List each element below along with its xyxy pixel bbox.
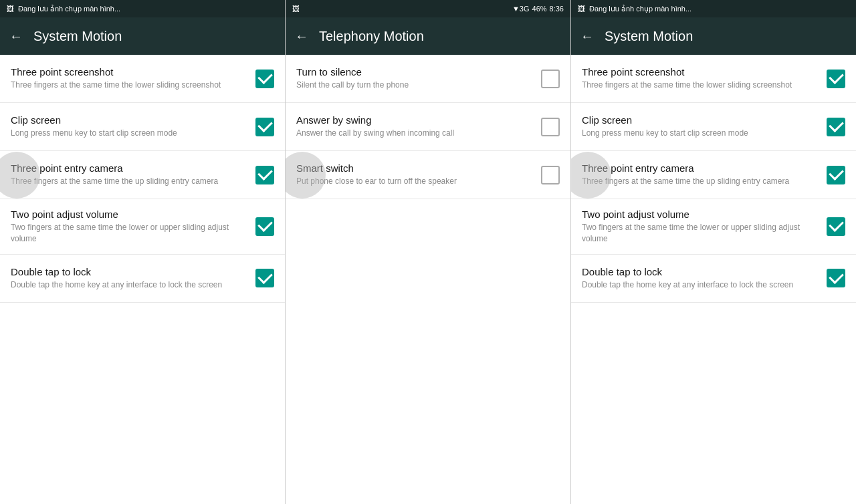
setting-item[interactable]: Two point adjust volumeTwo fingers at th…: [571, 199, 856, 255]
setting-item[interactable]: Turn to silenceSilent the call by turn t…: [286, 55, 570, 103]
setting-desc: Three fingers at the same time the up sl…: [11, 176, 247, 187]
app-title: System Motion: [33, 29, 122, 44]
setting-desc: Three fingers at the same time the lower…: [11, 80, 247, 91]
setting-item-text: Turn to silenceSilent the call by turn t…: [296, 66, 541, 91]
app-bar: ←System Motion: [0, 17, 285, 55]
setting-title: Three point screenshot: [11, 66, 247, 78]
setting-item-text: Three point screenshotThree fingers at t…: [582, 66, 827, 91]
setting-item[interactable]: Two point adjust volumeTwo fingers at th…: [0, 199, 285, 255]
back-button[interactable]: ←: [295, 29, 308, 44]
setting-item[interactable]: Three point screenshotThree fingers at t…: [0, 55, 285, 103]
back-button[interactable]: ←: [9, 29, 23, 44]
setting-desc: Double tap the home key at any interface…: [11, 279, 247, 291]
checkbox-checked[interactable]: [827, 217, 845, 236]
checkbox-unchecked[interactable]: [541, 70, 560, 88]
status-bar: 🖼Đang lưu ảnh chụp màn hình...: [571, 0, 856, 17]
setting-item-text: Two point adjust volumeTwo fingers at th…: [582, 209, 827, 245]
setting-title: Two point adjust volume: [582, 209, 819, 220]
app-title: Telephony Motion: [319, 29, 424, 44]
setting-item-text: Three point entry cameraThree fingers at…: [582, 162, 827, 187]
checkbox-checked[interactable]: [255, 166, 274, 184]
setting-item[interactable]: Clip screenLong press menu key to start …: [0, 103, 285, 151]
app-bar: ←System Motion: [571, 17, 856, 55]
checkbox-checked[interactable]: [827, 166, 845, 184]
screenshot-icon: 🖼: [7, 5, 14, 13]
time-text: 8:36: [550, 5, 564, 13]
setting-desc: Three fingers at the same time the lower…: [582, 80, 819, 91]
checkbox-checked[interactable]: [255, 269, 274, 287]
setting-item-text: Smart switchPut phone close to ear to tu…: [296, 162, 541, 187]
setting-item-text: Double tap to lockDouble tap the home ke…: [11, 266, 255, 291]
settings-list: Turn to silenceSilent the call by turn t…: [286, 55, 570, 504]
panel-middle: 🖼 ▼3G 46% 8:36 ←Telephony MotionTurn to …: [286, 0, 571, 504]
setting-desc: Three fingers at the same time the up sl…: [582, 176, 819, 187]
battery-text: 46%: [532, 5, 547, 13]
checkbox-checked[interactable]: [255, 118, 274, 136]
setting-desc: Long press menu key to start clip screen…: [11, 128, 247, 139]
checkbox-checked[interactable]: [827, 70, 845, 88]
setting-desc: Long press menu key to start clip screen…: [582, 128, 819, 139]
setting-item-text: Three point entry cameraThree fingers at…: [11, 162, 255, 187]
panel-right: 🖼Đang lưu ảnh chụp màn hình...←System Mo…: [571, 0, 856, 504]
setting-item[interactable]: Smart switchPut phone close to ear to tu…: [286, 151, 570, 199]
status-right: ▼3G 46% 8:36: [512, 5, 564, 13]
setting-item-text: Answer by swingAnswer the call by swing …: [296, 114, 541, 139]
setting-item[interactable]: Double tap to lockDouble tap the home ke…: [0, 255, 285, 303]
app-bar: ←Telephony Motion: [286, 17, 570, 55]
setting-title: Three point screenshot: [582, 66, 819, 78]
screenshot-icon: 🖼: [292, 5, 300, 13]
settings-list: Three point screenshotThree fingers at t…: [0, 55, 285, 504]
ripple-overlay: [286, 152, 326, 199]
checkbox-checked[interactable]: [255, 217, 274, 236]
setting-desc: Double tap the home key at any interface…: [582, 279, 819, 291]
checkbox-checked[interactable]: [827, 118, 845, 136]
setting-item[interactable]: Three point entry cameraThree fingers at…: [0, 151, 285, 199]
setting-title: Smart switch: [296, 162, 533, 174]
status-text: Đang lưu ảnh chụp màn hình...: [18, 5, 278, 13]
setting-item-text: Three point screenshotThree fingers at t…: [11, 66, 255, 91]
setting-item[interactable]: Clip screenLong press menu key to start …: [571, 103, 856, 151]
ripple-overlay: [0, 152, 40, 199]
status-bar: 🖼 ▼3G 46% 8:36: [286, 0, 570, 17]
screenshot-icon: 🖼: [578, 5, 585, 13]
setting-item[interactable]: Three point screenshotThree fingers at t…: [571, 55, 856, 103]
setting-item-text: Two point adjust volumeTwo fingers at th…: [11, 209, 255, 245]
app-title: System Motion: [605, 29, 693, 44]
setting-item-text: Clip screenLong press menu key to start …: [582, 114, 827, 139]
ripple-overlay: [571, 152, 611, 199]
status-text: Đang lưu ảnh chụp màn hình...: [589, 5, 849, 13]
checkbox-checked[interactable]: [255, 70, 274, 88]
panel-left: 🖼Đang lưu ảnh chụp màn hình...←System Mo…: [0, 0, 286, 504]
setting-item[interactable]: Answer by swingAnswer the call by swing …: [286, 103, 570, 151]
checkbox-unchecked[interactable]: [541, 118, 560, 136]
setting-item-text: Clip screenLong press menu key to start …: [11, 114, 255, 139]
setting-desc: Silent the call by turn the phone: [296, 80, 533, 91]
back-button[interactable]: ←: [580, 29, 594, 44]
setting-title: Three point entry camera: [582, 162, 819, 174]
setting-title: Clip screen: [582, 114, 819, 126]
setting-title: Answer by swing: [296, 114, 533, 126]
signal-icon: ▼3G: [512, 5, 530, 13]
setting-title: Three point entry camera: [11, 162, 247, 174]
setting-item[interactable]: Double tap to lockDouble tap the home ke…: [571, 255, 856, 303]
setting-item-text: Double tap to lockDouble tap the home ke…: [582, 266, 827, 291]
setting-item[interactable]: Three point entry cameraThree fingers at…: [571, 151, 856, 199]
setting-desc: Answer the call by swing when incoming c…: [296, 128, 533, 139]
setting-desc: Put phone close to ear to turn off the s…: [296, 176, 533, 187]
setting-title: Double tap to lock: [11, 266, 247, 277]
setting-desc: Two fingers at the same time the lower o…: [582, 222, 819, 245]
checkbox-checked[interactable]: [827, 269, 845, 287]
setting-title: Clip screen: [11, 114, 247, 126]
checkbox-unchecked[interactable]: [541, 166, 560, 184]
setting-title: Turn to silence: [296, 66, 533, 78]
status-bar: 🖼Đang lưu ảnh chụp màn hình...: [0, 0, 285, 17]
setting-desc: Two fingers at the same time the lower o…: [11, 222, 247, 245]
settings-list: Three point screenshotThree fingers at t…: [571, 55, 856, 504]
setting-title: Double tap to lock: [582, 266, 819, 277]
setting-title: Two point adjust volume: [11, 209, 247, 220]
